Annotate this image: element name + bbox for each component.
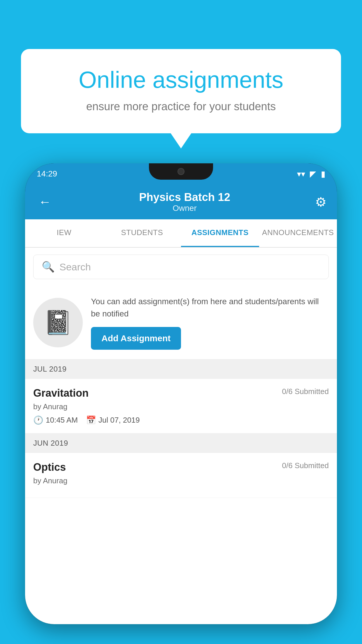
phone-wrapper: 14:29 ▾▾ ◤ ▮ ← Physics Batch 12 Owner ⚙ …	[25, 163, 337, 644]
assignment-date-text: Jul 07, 2019	[99, 416, 140, 425]
search-icon: 🔍	[42, 261, 55, 273]
phone-camera	[178, 168, 184, 175]
tabs-bar: IEW STUDENTS ASSIGNMENTS ANNOUNCEMENTS	[25, 219, 337, 248]
phone-frame: 14:29 ▾▾ ◤ ▮ ← Physics Batch 12 Owner ⚙ …	[25, 163, 337, 624]
assignment-submitted: 0/6 Submitted	[282, 387, 329, 396]
status-icons: ▾▾ ◤ ▮	[297, 169, 325, 179]
assignment-title: Gravitation	[33, 387, 89, 399]
search-bar[interactable]: 🔍 Search	[33, 255, 329, 279]
search-container: 🔍 Search	[25, 248, 337, 286]
assignment-item-optics[interactable]: Optics 0/6 Submitted by Anurag	[25, 453, 337, 498]
assignment-item-gravitation[interactable]: Gravitation 0/6 Submitted by Anurag 🕐 10…	[25, 379, 337, 433]
notebook-icon: 📓	[43, 309, 73, 336]
app-bar-title-section: Physics Batch 12 Owner	[54, 191, 315, 213]
search-input[interactable]: Search	[59, 261, 91, 273]
app-bar-title: Physics Batch 12	[54, 191, 315, 204]
bubble-subtitle: ensure more practice for your students	[42, 100, 320, 113]
settings-button[interactable]: ⚙	[315, 195, 326, 209]
optics-author: by Anurag	[33, 476, 329, 485]
section-header-jun-2019: JUN 2019	[25, 433, 337, 453]
back-button[interactable]: ←	[36, 192, 54, 212]
bubble-title: Online assignments	[42, 66, 320, 93]
assignment-time: 🕐 10:45 AM	[33, 415, 78, 425]
assignment-time-text: 10:45 AM	[46, 416, 78, 425]
section-header-jul-2019: JUL 2019	[25, 359, 337, 379]
assignment-author: by Anurag	[33, 402, 329, 411]
optics-title: Optics	[33, 461, 66, 473]
assignment-date: 📅 Jul 07, 2019	[86, 415, 140, 425]
phone-screen: IEW STUDENTS ASSIGNMENTS ANNOUNCEMENTS 🔍…	[25, 219, 337, 624]
tab-assignments[interactable]: ASSIGNMENTS	[181, 219, 259, 247]
signal-icon: ◤	[310, 169, 316, 179]
calendar-icon: 📅	[86, 415, 96, 425]
promo-section: 📓 You can add assignment(s) from here an…	[25, 286, 337, 359]
app-bar: ← Physics Batch 12 Owner ⚙	[25, 184, 337, 219]
assignment-meta: 🕐 10:45 AM 📅 Jul 07, 2019	[33, 415, 329, 425]
promo-icon-circle: 📓	[33, 298, 83, 347]
tab-students[interactable]: STUDENTS	[103, 219, 181, 247]
battery-icon: ▮	[321, 169, 325, 179]
clock-icon: 🕐	[33, 415, 43, 425]
tab-iew[interactable]: IEW	[25, 219, 103, 247]
status-time: 14:29	[37, 169, 57, 178]
speech-bubble-card: Online assignments ensure more practice …	[21, 49, 341, 133]
optics-item-header: Optics 0/6 Submitted	[33, 461, 329, 473]
wifi-icon: ▾▾	[297, 169, 305, 179]
add-assignment-button[interactable]: Add Assignment	[91, 327, 181, 350]
phone-notch	[149, 163, 213, 180]
tab-announcements[interactable]: ANNOUNCEMENTS	[259, 219, 337, 247]
app-bar-subtitle: Owner	[54, 204, 315, 213]
promo-description: You can add assignment(s) from here and …	[91, 295, 329, 320]
assignment-item-header: Gravitation 0/6 Submitted	[33, 387, 329, 399]
optics-submitted: 0/6 Submitted	[282, 461, 329, 470]
promo-text-section: You can add assignment(s) from here and …	[91, 295, 329, 350]
